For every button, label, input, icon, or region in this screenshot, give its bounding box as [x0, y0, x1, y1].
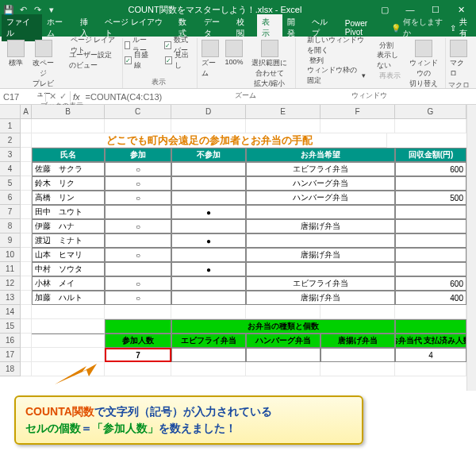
- headings-checkbox[interactable]: ✓: [165, 56, 172, 64]
- switch-window-button[interactable]: ウィンドウの 切り替え: [405, 38, 442, 91]
- cell[interactable]: [171, 305, 246, 319]
- col-header[interactable]: F: [321, 105, 395, 118]
- row-header[interactable]: 9: [0, 233, 21, 248]
- cell[interactable]: [105, 205, 171, 219]
- cell[interactable]: [246, 205, 395, 219]
- cell[interactable]: [246, 233, 395, 248]
- cell[interactable]: [32, 305, 105, 319]
- cell[interactable]: [21, 191, 32, 205]
- col-header[interactable]: A: [21, 105, 32, 118]
- cell[interactable]: 伊藤 ハナ: [32, 219, 105, 233]
- cell[interactable]: [21, 119, 32, 133]
- macro-button[interactable]: マクロ: [447, 38, 470, 80]
- cell[interactable]: エビフライ弁当: [246, 162, 395, 176]
- cell[interactable]: お弁当代 支払済み人数: [395, 334, 466, 348]
- cell[interactable]: 鈴木 リク: [32, 176, 105, 191]
- cell[interactable]: ○: [105, 176, 171, 191]
- zoom-selection-button[interactable]: 選択範囲に合わせて 拡大/縮小: [248, 38, 292, 91]
- cell[interactable]: [395, 248, 466, 262]
- cell[interactable]: ○: [105, 291, 171, 305]
- row-header[interactable]: 5: [0, 176, 21, 191]
- cell[interactable]: ○: [105, 162, 171, 176]
- select-all-corner[interactable]: [0, 105, 21, 118]
- cell[interactable]: [21, 248, 32, 262]
- cell[interactable]: [171, 276, 246, 291]
- cell[interactable]: 不参加: [171, 148, 246, 162]
- cell[interactable]: [171, 362, 246, 376]
- cell[interactable]: 高橋 リン: [32, 191, 105, 205]
- cell[interactable]: [321, 119, 395, 133]
- cell[interactable]: ○: [105, 191, 171, 205]
- cell[interactable]: [105, 319, 171, 334]
- cell[interactable]: 佐藤 サクラ: [32, 162, 105, 176]
- row-header[interactable]: 4: [0, 162, 21, 176]
- cell[interactable]: [21, 133, 32, 148]
- row-header[interactable]: 11: [0, 262, 21, 276]
- cell[interactable]: 加藤 ハルト: [32, 291, 105, 305]
- cell[interactable]: [395, 219, 466, 233]
- cell[interactable]: [171, 191, 246, 205]
- cell[interactable]: 回収金額(円): [395, 148, 466, 162]
- ribbon-options-icon[interactable]: ▢: [373, 2, 397, 17]
- cell[interactable]: [246, 362, 321, 376]
- cell[interactable]: [32, 348, 105, 362]
- cell[interactable]: [21, 233, 32, 248]
- zoom-button[interactable]: ズーム: [199, 38, 221, 80]
- col-header[interactable]: D: [171, 105, 246, 118]
- share-button[interactable]: ⇪共有: [450, 17, 474, 39]
- cell[interactable]: お弁当希望: [246, 148, 395, 162]
- cell[interactable]: ●: [171, 262, 246, 276]
- cell[interactable]: [395, 305, 466, 319]
- cell[interactable]: [21, 219, 32, 233]
- fx-icon[interactable]: fx: [71, 92, 83, 102]
- cell[interactable]: ハンバーグ弁当: [246, 191, 395, 205]
- cell[interactable]: ●: [171, 205, 246, 219]
- cell[interactable]: 600: [395, 276, 466, 291]
- cell[interactable]: [395, 362, 466, 376]
- tab-data[interactable]: データ: [199, 14, 232, 41]
- cell[interactable]: 600: [395, 162, 466, 176]
- cell[interactable]: どこでも町内会遠足の参加者とお弁当の手配: [32, 133, 387, 148]
- cell[interactable]: 渡辺 ミナト: [32, 233, 105, 248]
- save-icon[interactable]: 💾: [3, 4, 14, 15]
- undo-icon[interactable]: ↶: [17, 4, 29, 15]
- row-header[interactable]: 17: [0, 348, 21, 362]
- cell[interactable]: [171, 291, 246, 305]
- row-header[interactable]: 12: [0, 276, 21, 291]
- row-header[interactable]: 18: [0, 362, 21, 376]
- row-header[interactable]: 8: [0, 219, 21, 233]
- cell[interactable]: [21, 319, 32, 334]
- cell[interactable]: [21, 305, 32, 319]
- cell[interactable]: [105, 233, 171, 248]
- cell[interactable]: お弁当の種類と個数: [171, 319, 395, 334]
- cell[interactable]: [21, 176, 32, 191]
- cell[interactable]: ハンバーグ弁当: [246, 176, 395, 191]
- row-header[interactable]: 6: [0, 191, 21, 205]
- col-header[interactable]: C: [105, 105, 171, 118]
- cell[interactable]: [32, 334, 105, 348]
- col-header[interactable]: B: [32, 105, 105, 118]
- formulabar-checkbox[interactable]: ✓: [164, 41, 171, 49]
- cell[interactable]: エビフライ弁当: [246, 276, 395, 291]
- cell[interactable]: [395, 262, 466, 276]
- cell[interactable]: ●: [171, 233, 246, 248]
- unhide-button[interactable]: 再表示: [367, 68, 403, 83]
- enter-icon[interactable]: ✓: [60, 91, 67, 102]
- cell[interactable]: 400: [395, 291, 466, 305]
- cell[interactable]: 参加人数: [105, 334, 171, 348]
- cell[interactable]: [171, 119, 246, 133]
- cell[interactable]: [171, 219, 246, 233]
- cell[interactable]: [21, 348, 32, 362]
- cell[interactable]: [21, 334, 32, 348]
- cell[interactable]: 田中 ユウト: [32, 205, 105, 219]
- qat-dropdown-icon[interactable]: ▾: [46, 4, 57, 15]
- cell[interactable]: [171, 162, 246, 176]
- cell[interactable]: ○: [105, 276, 171, 291]
- tab-file[interactable]: ファイル: [2, 14, 42, 41]
- name-box[interactable]: C17: [0, 92, 46, 102]
- row-header[interactable]: 13: [0, 291, 21, 305]
- cell[interactable]: ハンバーグ弁当: [246, 334, 321, 348]
- row-header[interactable]: 16: [0, 334, 21, 348]
- cell[interactable]: [21, 148, 32, 162]
- col-header[interactable]: E: [246, 105, 321, 118]
